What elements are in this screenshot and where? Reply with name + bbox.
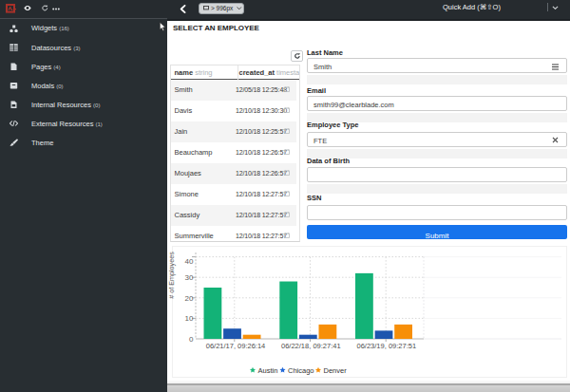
svg-text:06/22/18, 09:27:41: 06/22/18, 09:27:41 [281, 342, 341, 350]
svg-text:Chicago: Chicago [288, 366, 314, 375]
svg-text:20: 20 [185, 294, 194, 303]
svg-text:Denver: Denver [324, 366, 348, 375]
svg-text:30: 30 [185, 273, 194, 282]
svg-text:06/23/19, 09:27:51: 06/23/19, 09:27:51 [357, 342, 417, 350]
svg-text:0: 0 [189, 335, 194, 344]
svg-text:40: 40 [185, 257, 194, 266]
svg-text:06/21/17, 09:26:14: 06/21/17, 09:26:14 [206, 342, 266, 350]
svg-text:10: 10 [185, 314, 194, 323]
svg-text:Austin: Austin [258, 366, 278, 375]
svg-text:# of Employees: # of Employees [167, 252, 176, 299]
